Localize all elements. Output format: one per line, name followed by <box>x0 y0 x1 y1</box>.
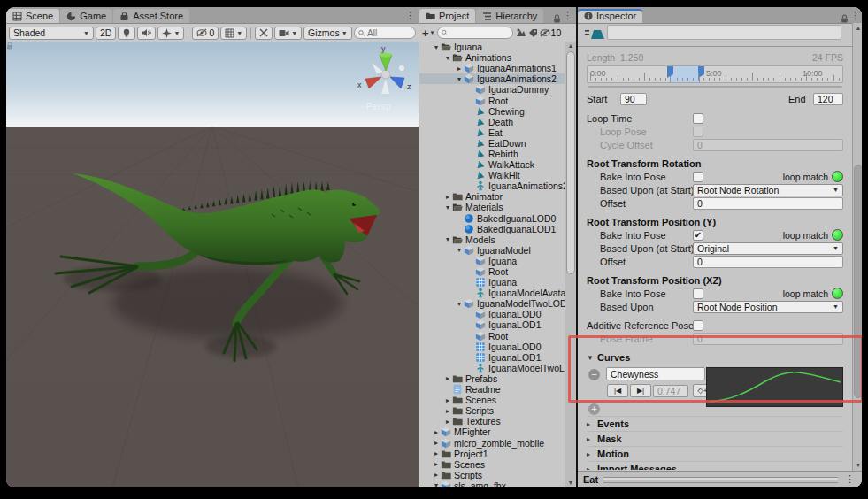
expander-icon[interactable]: ▸ <box>443 193 452 201</box>
perspective-toggle[interactable]: ‹Persp <box>361 102 391 111</box>
hidden-objects-button[interactable]: 0 <box>192 27 219 40</box>
foldout-events[interactable]: ▸Events <box>587 416 843 431</box>
last-key-button[interactable]: ▶| <box>630 384 651 397</box>
gizmo-neg-axis-cone[interactable] <box>399 65 404 71</box>
loop-time-checkbox[interactable] <box>693 113 703 124</box>
inspector-scroll-thumb[interactable] <box>854 165 862 398</box>
clip-timeline-ruler[interactable]: 0:00 5:00 10:00 <box>587 65 843 83</box>
tree-item-iguana[interactable]: Iguana <box>419 256 565 266</box>
preview-menu-icon[interactable]: ⋮ <box>843 473 858 487</box>
scene-tools-button[interactable] <box>255 27 273 40</box>
scroll-down-icon[interactable]: ▼ <box>853 461 862 470</box>
project-scroll-thumb[interactable] <box>566 51 575 274</box>
foldout-mask[interactable]: ▸Mask <box>587 431 843 446</box>
tree-item-textures[interactable]: ▸Textures <box>419 416 565 426</box>
based-upon-at-start--dropdown[interactable]: Root Node Rotation▼ <box>693 184 843 196</box>
tree-item-iguanaanimations1[interactable]: ▸IguanaAnimations1 <box>419 63 565 73</box>
tree-item-micro_zombie_mobile[interactable]: ▸micro_zombie_mobile <box>419 437 565 448</box>
expander-icon[interactable]: ▾ <box>443 235 452 243</box>
expander-icon[interactable]: ▸ <box>443 374 452 382</box>
tree-item-iguanamodel[interactable]: ▾IguanaModel <box>419 245 565 256</box>
expander-icon[interactable]: ▾ <box>432 481 441 487</box>
tree-item-prefabs[interactable]: ▸Prefabs <box>419 373 565 384</box>
expander-icon[interactable]: ▾ <box>443 54 452 62</box>
2d-toggle-button[interactable]: 2D <box>96 27 116 40</box>
grid-visibility-dropdown[interactable]: ▼ <box>220 27 247 40</box>
offset-field[interactable]: 0 <box>693 256 843 268</box>
tree-item-mfighter[interactable]: ▸MFighter <box>419 426 565 437</box>
clip-name-field[interactable] <box>607 25 841 40</box>
tree-item-iguanadummy[interactable]: IguanaDummy <box>419 84 565 95</box>
tree-item-iguana[interactable]: Iguana <box>419 277 565 288</box>
expander-icon[interactable]: ▸ <box>432 460 441 468</box>
tree-item-iguanaanimations2[interactable]: ▾IguanaAnimations2 <box>419 73 565 84</box>
tree-item-readme[interactable]: Readme <box>419 384 565 395</box>
scene-camera-dropdown[interactable]: ▼ <box>274 27 302 40</box>
gizmo-x-axis-cone[interactable] <box>365 77 381 88</box>
tree-item-chewing[interactable]: Chewing <box>419 106 565 117</box>
tree-item-iguanalod1[interactable]: IguanaLOD1 <box>419 319 565 330</box>
tree-item-animator[interactable]: ▸Animator <box>419 191 565 202</box>
scroll-up-icon[interactable]: ▲ <box>565 42 576 50</box>
tree-item-iguanamodeltwolo[interactable]: IguanaModelTwoLO <box>419 363 565 373</box>
tree-item-rebirth[interactable]: Rebirth <box>419 149 565 159</box>
clip-end-handle[interactable] <box>698 66 704 74</box>
tree-item-iguanalod1[interactable]: IguanaLOD1 <box>419 352 565 363</box>
offset-field[interactable]: 0 <box>693 197 843 210</box>
project-scrollbar[interactable]: ▲ ▼ <box>565 42 576 487</box>
based-upon-dropdown[interactable]: Root Node Position▼ <box>693 301 843 313</box>
tree-item-iguanalod0[interactable]: IguanaLOD0 <box>419 309 565 319</box>
search-by-label-icon[interactable] <box>528 28 538 38</box>
tree-item-models[interactable]: ▾Models <box>419 234 565 245</box>
inspector-scrollbar[interactable]: ▲ ▼ <box>852 23 862 471</box>
curve-preview[interactable] <box>706 367 843 407</box>
scene-audio-button[interactable] <box>137 27 156 40</box>
search-by-type-icon[interactable] <box>515 27 526 38</box>
expander-icon[interactable]: ▸ <box>443 396 452 404</box>
tree-item-iguana[interactable]: ▾Iguana <box>419 42 565 52</box>
project-search-field[interactable] <box>437 27 513 39</box>
tab-hierarchy[interactable]: Hierarchy <box>476 9 543 23</box>
project-menu-icon[interactable]: ⋮ <box>561 10 576 23</box>
foldout-motion[interactable]: ▸Motion <box>587 446 843 461</box>
bake-into-pose-checkbox[interactable]: ✔ <box>693 230 703 241</box>
lock-icon[interactable] <box>553 14 561 23</box>
based-upon-at-start--dropdown[interactable]: Original▼ <box>693 242 843 255</box>
tree-item-scripts[interactable]: ▸Scripts <box>419 470 565 480</box>
create-asset-button[interactable]: +▼ <box>422 27 435 40</box>
scene-menu-icon[interactable]: ⋮ <box>403 10 419 23</box>
tab-game[interactable]: Game <box>60 9 112 23</box>
expander-icon[interactable]: ▾ <box>455 75 464 83</box>
tree-item-bakediguanalod0[interactable]: BakedIguanaLOD0 <box>419 213 565 224</box>
expander-icon[interactable]: ▸ <box>443 407 452 415</box>
remove-curve-button[interactable]: − <box>588 369 600 380</box>
add-curve-button[interactable]: + <box>588 403 600 415</box>
gizmos-dropdown[interactable]: Gizmos▼ <box>303 27 352 40</box>
tree-item-eat[interactable]: Eat <box>419 127 565 138</box>
scroll-down-icon[interactable]: ▼ <box>565 479 576 487</box>
foldout-import-messages[interactable]: ▸Import Messages <box>587 461 843 470</box>
gizmo-neg-axis-cone[interactable] <box>372 63 383 73</box>
bake-into-pose-checkbox[interactable] <box>693 172 703 182</box>
scene-search-field[interactable] <box>354 27 416 39</box>
bake-into-pose-checkbox[interactable] <box>693 288 703 299</box>
tree-item-death[interactable]: Death <box>419 117 565 127</box>
tree-item-iguanaanimations2a[interactable]: IguanaAnimations2A <box>419 180 565 191</box>
tab-scene[interactable]: Scene <box>6 9 59 23</box>
tree-item-iguanamodelavatar[interactable]: IguanaModelAvatar <box>419 288 565 298</box>
expander-icon[interactable]: ▾ <box>455 246 464 254</box>
tree-item-bakediguanalod1[interactable]: BakedIguanaLOD1 <box>419 224 565 234</box>
curve-value-field[interactable]: 0.747 <box>653 385 688 397</box>
tree-item-materials[interactable]: ▾Materials <box>419 202 565 212</box>
tree-item-iguanalod0[interactable]: IguanaLOD0 <box>419 342 565 352</box>
curves-foldout[interactable]: ▼ Curves <box>587 350 843 365</box>
preview-pane-header[interactable]: Eat ⋮ <box>578 471 862 487</box>
inspector-menu-icon[interactable]: ⋮ <box>849 10 862 23</box>
preview-drag-handle[interactable] <box>603 477 838 483</box>
start-frame-field[interactable]: 90 <box>620 93 647 105</box>
expander-icon[interactable]: ▾ <box>432 43 441 51</box>
tree-item-walkattack[interactable]: WalkAttack <box>419 159 565 170</box>
clip-range-selection[interactable] <box>670 66 700 82</box>
expander-icon[interactable]: ▸ <box>432 428 441 436</box>
tree-item-root[interactable]: Root <box>419 331 565 342</box>
